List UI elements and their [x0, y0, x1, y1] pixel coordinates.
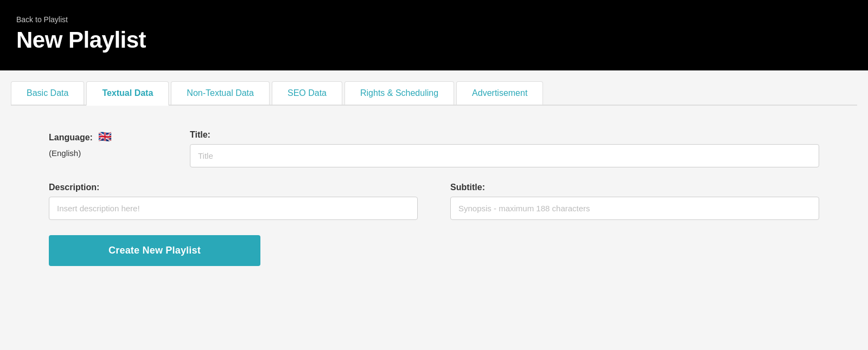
description-subtitle-row: Description: Subtitle:	[49, 183, 819, 220]
tab-textual-data[interactable]: Textual Data	[86, 81, 169, 106]
create-new-playlist-button[interactable]: Create New Playlist	[49, 235, 260, 266]
description-input[interactable]	[49, 197, 418, 220]
tab-rights-scheduling[interactable]: Rights & Scheduling	[344, 81, 454, 105]
language-label: Language: 🇬🇧	[49, 130, 157, 143]
tab-bar: Basic Data Textual Data Non-Textual Data…	[11, 81, 857, 106]
subtitle-label: Subtitle:	[450, 183, 819, 192]
tab-non-textual-data[interactable]: Non-Textual Data	[171, 81, 270, 105]
subtitle-input[interactable]	[450, 197, 819, 220]
tab-basic-data[interactable]: Basic Data	[11, 81, 84, 105]
page-header: Back to Playlist New Playlist	[0, 0, 868, 70]
tab-seo-data[interactable]: SEO Data	[272, 81, 342, 105]
subtitle-field-group: Subtitle:	[450, 183, 819, 220]
language-field-group: Language: 🇬🇧 (English)	[49, 130, 157, 158]
textual-data-form: Language: 🇬🇧 (English) Title: Descriptio…	[11, 125, 857, 282]
title-input[interactable]	[190, 144, 819, 167]
tab-advertisement[interactable]: Advertisement	[456, 81, 543, 105]
content-area: Basic Data Textual Data Non-Textual Data…	[0, 70, 868, 350]
language-title-row: Language: 🇬🇧 (English) Title:	[49, 130, 819, 167]
title-label: Title:	[190, 130, 819, 140]
page-title: New Playlist	[16, 27, 852, 53]
language-flag-icon: 🇬🇧	[98, 131, 112, 142]
description-field-group: Description:	[49, 183, 418, 220]
description-label: Description:	[49, 183, 418, 192]
back-link[interactable]: Back to Playlist	[16, 15, 852, 24]
language-name: (English)	[49, 148, 157, 158]
title-field-group: Title:	[190, 130, 819, 167]
